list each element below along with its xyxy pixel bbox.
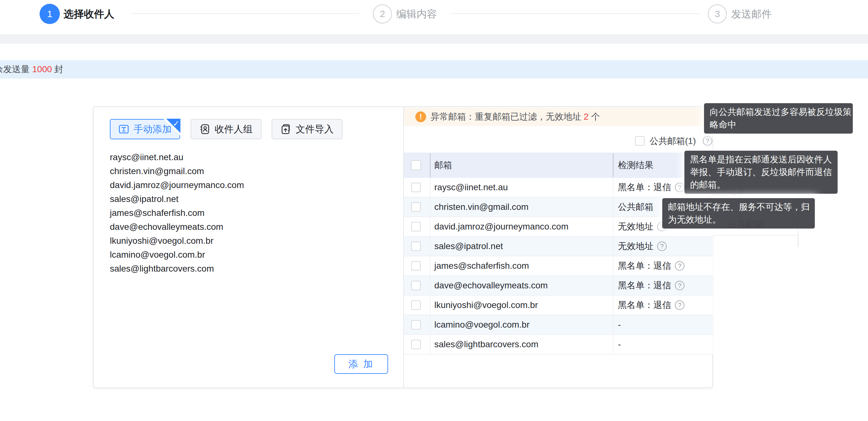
column-line [613,296,614,314]
recipient-email: james@schaferfish.com [110,206,244,220]
column-line [613,276,614,295]
row-checkbox[interactable] [411,261,421,271]
row-email: raysc@iinet.net.au [434,178,508,197]
table-row: sales@lightbarcovers.com- [404,335,713,355]
tab-file-import-label: 文件导入 [296,123,334,136]
recipient-email: david.jamroz@journeymanco.com [110,178,244,192]
step-1-number: 1 [47,8,53,19]
tooltip-blacklist: 黑名单是指在云邮通发送后因收件人 举报、手动退订、反垃圾邮件而退信 的邮箱。 [684,151,838,194]
row-result-text: 黑名单：退信 [618,178,671,197]
column-line [613,178,614,197]
table-row: lcamino@voegol.com.br- [404,315,713,335]
row-checkbox[interactable] [411,242,421,251]
table-header: 邮箱 检测结果 [404,153,713,178]
column-line [613,257,614,275]
table-row: raysc@iinet.net.au黑名单：退信? [404,178,713,198]
row-result-text: 无效地址 [618,237,653,256]
row-email: david.jamroz@journeymanco.com [434,217,568,236]
column-header-email: 邮箱 [434,153,452,178]
recipient-email: lkuniyoshi@voegol.com.br [110,234,244,248]
recipient-email: sales@lightbarcovers.com [110,262,244,276]
column-line [613,237,614,256]
tooltip-public-mailbox: 向公共邮箱发送过多容易被反垃圾策 略命中 [704,103,853,133]
step-2-circle: 2 [373,4,392,23]
step-connector-2 [450,13,699,14]
row-result: 黑名单：退信? [618,276,684,295]
header-separator [430,153,431,177]
row-result: 无效地址? [618,237,667,256]
row-email: sales@ipatrol.net [434,237,503,256]
abnormal-warning-bar: ! 异常邮箱：重复邮箱已过滤，无效地址 2 个 [404,108,713,126]
active-tab-check-icon: ✓ [173,119,180,128]
tab-manual-add[interactable]: 手动添加 ✓ [110,119,180,139]
recipient-email: christen.vin@gmail.com [110,164,244,178]
row-result: 黑名单：退信? [618,257,684,275]
row-result-text: 公共邮箱 [618,198,653,216]
row-result-text: - [618,315,621,334]
row-result-text: 黑名单：退信 [618,257,671,275]
column-line [613,198,614,216]
select-all-checkbox[interactable] [411,160,421,170]
row-result-text: - [618,335,621,354]
step-1-label: 选择收件人 [64,4,114,24]
public-mailbox-checkbox[interactable] [635,136,645,146]
column-line [613,315,614,334]
step-2-number: 2 [380,8,385,19]
recipient-email: lcamino@voegol.com.br [110,248,244,262]
column-line [430,217,431,236]
row-checkbox[interactable] [411,340,421,349]
add-button[interactable]: 添 加 [334,354,388,374]
table-row: sales@ipatrol.net无效地址? [404,237,713,257]
row-checkbox[interactable] [411,222,421,231]
column-header-result: 检测结果 [618,153,653,178]
row-result-text: 黑名单：退信 [618,276,671,295]
recipient-email: raysc@iinet.net.au [110,150,244,164]
stepper: 1 选择收件人 2 编辑内容 3 发送邮件 [0,0,868,34]
column-line [430,198,431,216]
row-checkbox[interactable] [411,320,421,330]
column-line [430,178,431,197]
row-checkbox[interactable] [411,300,421,310]
row-email: christen.vin@gmail.com [434,198,529,216]
row-result: 黑名单：退信? [618,296,684,314]
column-line [430,335,431,354]
recipient-email-list[interactable]: raysc@iinet.net.auchristen.vin@gmail.com… [110,150,244,276]
invalid-count: 2 [584,112,589,122]
step-2-label: 编辑内容 [396,4,437,24]
row-result: - [618,335,621,354]
tooltip-invalid-address: 邮箱地址不存在、服务不可达等，归 为无效地址。 [662,198,815,229]
column-line [430,257,431,275]
tab-recipient-group[interactable]: 收件人组 [191,119,261,139]
warning-icon: ! [415,112,426,122]
row-checkbox[interactable] [411,281,421,290]
result-help-icon[interactable]: ? [675,300,684,310]
ghost-line [713,235,799,236]
header-separator-band [0,34,868,44]
row-email: dave@echovalleymeats.com [434,276,548,295]
result-help-icon[interactable]: ? [675,281,684,290]
row-result: 无效地址? [618,217,667,236]
recipient-panel: 手动添加 ✓ 收件人组 文件导入 raysc@iinet.net.auchris… [93,107,713,388]
quota-text: 余发送量 1000 封 [0,60,63,79]
step-3-label: 发送邮件 [731,4,772,24]
result-help-icon[interactable]: ? [675,261,684,271]
public-mailbox-label: 公共邮箱(1) [650,136,696,146]
row-result: - [618,315,621,334]
tab-recipient-group-label: 收件人组 [215,123,253,136]
row-checkbox[interactable] [411,202,421,212]
manual-add-icon [118,124,129,134]
column-line [430,237,431,256]
quota-bar: 余发送量 1000 封 [0,60,868,79]
result-help-icon[interactable]: ? [675,183,684,192]
row-email: lcamino@voegol.com.br [434,315,530,334]
row-checkbox[interactable] [411,183,421,192]
result-help-icon[interactable]: ? [657,242,667,251]
recipient-email: sales@ipatrol.net [110,192,244,206]
tab-file-import[interactable]: 文件导入 [272,119,342,139]
warning-text: 异常邮箱：重复邮箱已过滤，无效地址 2 个 [431,111,600,123]
row-email: lkuniyoshi@voegol.com.br [434,296,538,314]
public-mailbox-help-icon[interactable]: ? [703,136,712,146]
row-result-text: 黑名单：退信 [618,296,671,314]
table-row: dave@echovalleymeats.com黑名单：退信? [404,276,713,296]
table-row: james@schaferfish.com黑名单：退信? [404,257,713,276]
